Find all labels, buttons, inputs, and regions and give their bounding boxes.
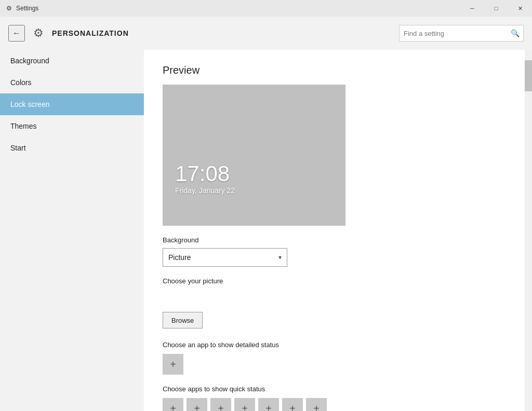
- search-input[interactable]: [400, 30, 507, 37]
- browse-button[interactable]: Browse: [163, 312, 203, 328]
- search-icon[interactable]: 🔍: [507, 25, 523, 42]
- titlebar-controls: ─ □ ✕: [460, 0, 532, 17]
- app-status-label: Choose an app to show detailed status: [163, 341, 506, 349]
- titlebar-left: ⚙ Settings: [6, 5, 38, 12]
- app: ← ⚙ PERSONALIZATION 🔍 Background Colors …: [0, 17, 532, 411]
- sidebar-item-label: Background: [10, 57, 49, 65]
- quick-status-btn-1[interactable]: +: [163, 398, 183, 411]
- background-dropdown[interactable]: Picture ▾: [163, 248, 287, 267]
- clock-time: 17:08: [175, 161, 235, 186]
- sidebar-item-lockscreen[interactable]: Lock screen: [0, 93, 144, 115]
- quick-status-btn-5[interactable]: +: [258, 398, 279, 411]
- sidebar-item-label: Colors: [10, 78, 31, 87]
- titlebar-title: Settings: [16, 5, 38, 12]
- sidebar-item-start[interactable]: Start: [0, 137, 144, 159]
- sidebar-item-colors[interactable]: Colors: [0, 72, 144, 93]
- quick-status-row: + + + + + + +: [163, 398, 506, 411]
- plus-icon: +: [289, 403, 296, 412]
- sidebar-item-background[interactable]: Background: [0, 50, 144, 72]
- plus-icon: +: [242, 403, 248, 412]
- choose-picture-label: Choose your picture: [163, 277, 506, 285]
- quick-status-btn-7[interactable]: +: [306, 398, 327, 411]
- quick-status-label: Choose apps to show quick status: [163, 385, 506, 393]
- scrollbar-thumb[interactable]: [525, 60, 532, 91]
- sidebar-item-label: Start: [10, 144, 26, 152]
- close-button[interactable]: ✕: [508, 0, 532, 17]
- plus-icon: +: [265, 403, 272, 412]
- search-box: 🔍: [399, 25, 524, 42]
- titlebar: ⚙ Settings ─ □ ✕: [0, 0, 532, 17]
- sidebar-item-label: Themes: [10, 122, 37, 130]
- plus-icon: +: [313, 403, 320, 412]
- maximize-button[interactable]: □: [484, 0, 508, 17]
- content-area: Preview 17:08 Friday, January 22 Backgro…: [144, 50, 525, 411]
- header: ← ⚙ PERSONALIZATION 🔍: [0, 17, 532, 50]
- scrollbar[interactable]: [525, 50, 532, 411]
- preview-image: 17:08 Friday, January 22: [163, 85, 345, 226]
- sidebar: Background Colors Lock screen Themes Sta…: [0, 50, 144, 411]
- app-icon: ⚙: [6, 5, 12, 12]
- app-title: PERSONALIZATION: [52, 29, 393, 37]
- preview-clock: 17:08 Friday, January 22: [175, 161, 235, 195]
- clock-date: Friday, January 22: [175, 186, 235, 195]
- add-app-status-button[interactable]: +: [163, 354, 183, 375]
- plus-icon: +: [170, 359, 176, 371]
- minimize-button[interactable]: ─: [460, 0, 484, 17]
- main: Background Colors Lock screen Themes Sta…: [0, 50, 532, 411]
- quick-status-btn-2[interactable]: +: [187, 398, 207, 411]
- preview-title: Preview: [163, 64, 506, 76]
- plus-icon: +: [194, 403, 200, 412]
- sidebar-item-label: Lock screen: [10, 100, 49, 108]
- quick-status-btn-4[interactable]: +: [234, 398, 255, 411]
- quick-status-btn-6[interactable]: +: [282, 398, 303, 411]
- quick-status-btn-3[interactable]: +: [210, 398, 231, 411]
- gear-icon: ⚙: [31, 26, 46, 40]
- dropdown-value: Picture: [168, 253, 191, 262]
- background-label: Background: [163, 236, 506, 244]
- plus-icon: +: [218, 403, 224, 412]
- sidebar-item-themes[interactable]: Themes: [0, 115, 144, 137]
- plus-icon: +: [170, 403, 176, 412]
- back-button[interactable]: ←: [8, 25, 25, 42]
- chevron-down-icon: ▾: [278, 254, 282, 261]
